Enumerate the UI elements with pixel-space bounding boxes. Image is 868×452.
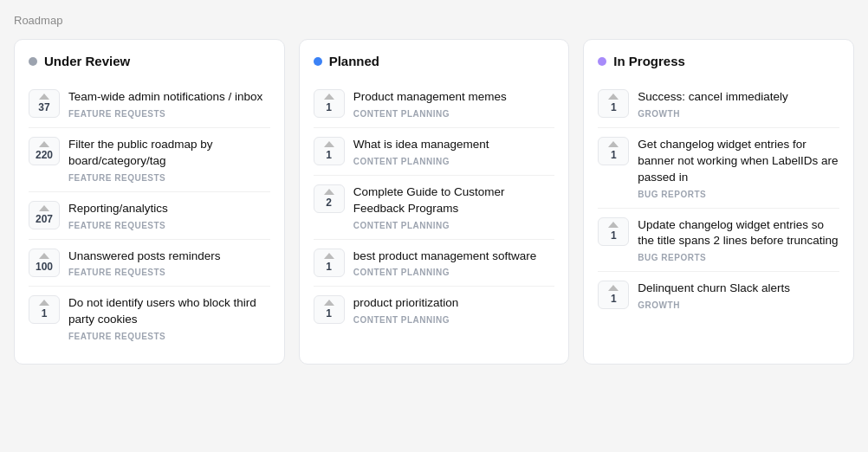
card-content: What is idea managementCONTENT PLANNING bbox=[353, 137, 555, 166]
card: 220Filter the public roadmap by board/ca… bbox=[29, 128, 270, 192]
column-planned: Planned1Product management memesCONTENT … bbox=[299, 39, 570, 365]
vote-count: 1 bbox=[326, 307, 332, 320]
column-header-planned: Planned bbox=[314, 54, 555, 68]
column-under-review: Under Review37Team-wide admin notificati… bbox=[14, 39, 285, 365]
vote-count: 2 bbox=[326, 197, 332, 209]
vote-box[interactable]: 207 bbox=[29, 201, 60, 229]
card-content: Team-wide admin notifications / inboxFEA… bbox=[68, 89, 270, 119]
vote-box[interactable]: 1 bbox=[598, 217, 629, 246]
vote-count: 1 bbox=[326, 261, 332, 273]
card-title[interactable]: Product management memes bbox=[353, 89, 555, 106]
vote-box[interactable]: 220 bbox=[29, 137, 60, 165]
card: 1Do not identify users who block third p… bbox=[29, 287, 270, 350]
upvote-arrow-icon[interactable] bbox=[608, 141, 619, 147]
card-content: product prioritizationCONTENT PLANNING bbox=[353, 295, 555, 325]
card-title[interactable]: Success: cancel immediately bbox=[638, 89, 839, 106]
vote-count: 1 bbox=[326, 149, 332, 161]
upvote-arrow-icon[interactable] bbox=[39, 94, 49, 100]
card-content: Reporting/analyticsFEATURE REQUESTS bbox=[68, 201, 270, 230]
card-content: Unanswered posts remindersFEATURE REQUES… bbox=[68, 249, 270, 278]
upvote-arrow-icon[interactable] bbox=[324, 189, 334, 195]
upvote-arrow-icon[interactable] bbox=[39, 141, 49, 147]
vote-count: 1 bbox=[326, 101, 332, 113]
vote-box[interactable]: 1 bbox=[314, 137, 345, 165]
vote-count: 1 bbox=[611, 149, 617, 161]
upvote-arrow-icon[interactable] bbox=[39, 205, 49, 211]
card-title[interactable]: Reporting/analytics bbox=[68, 201, 270, 217]
vote-count: 1 bbox=[611, 293, 617, 305]
vote-box[interactable]: 1 bbox=[598, 281, 629, 309]
upvote-arrow-icon[interactable] bbox=[39, 300, 49, 306]
column-in-progress: In Progress1Success: cancel immediatelyG… bbox=[583, 39, 854, 365]
vote-box[interactable]: 1 bbox=[29, 295, 60, 324]
upvote-arrow-icon[interactable] bbox=[608, 94, 619, 100]
vote-box[interactable]: 1 bbox=[314, 89, 345, 118]
card-title[interactable]: What is idea management bbox=[353, 137, 555, 153]
card-title[interactable]: Filter the public roadmap by board/categ… bbox=[68, 137, 270, 170]
card-title[interactable]: Get changelog widget entries for banner … bbox=[638, 137, 839, 186]
card-tag: CONTENT PLANNING bbox=[353, 315, 555, 325]
upvote-arrow-icon[interactable] bbox=[39, 253, 49, 259]
card-tag: FEATURE REQUESTS bbox=[68, 268, 270, 277]
card-title[interactable]: Update changelog widget entries so the t… bbox=[638, 217, 839, 250]
upvote-arrow-icon[interactable] bbox=[608, 222, 619, 228]
vote-box[interactable]: 2 bbox=[314, 184, 345, 213]
card-title[interactable]: Team-wide admin notifications / inbox bbox=[68, 89, 270, 106]
vote-box[interactable]: 1 bbox=[598, 137, 629, 165]
card: 1Product management memesCONTENT PLANNIN… bbox=[314, 81, 555, 128]
card-title[interactable]: Unanswered posts reminders bbox=[68, 249, 270, 265]
vote-count: 37 bbox=[38, 101, 49, 113]
card-title[interactable]: product prioritization bbox=[353, 295, 555, 312]
card-tag: FEATURE REQUESTS bbox=[68, 332, 270, 341]
vote-box[interactable]: 1 bbox=[314, 295, 345, 324]
column-dot-under-review bbox=[29, 57, 37, 66]
column-title-planned: Planned bbox=[329, 54, 379, 68]
column-dot-planned bbox=[314, 57, 322, 66]
card-content: Filter the public roadmap by board/categ… bbox=[68, 137, 270, 183]
column-header-under-review: Under Review bbox=[29, 54, 270, 68]
card-tag: BUG REPORTS bbox=[638, 253, 839, 262]
upvote-arrow-icon[interactable] bbox=[324, 94, 334, 100]
card: 100Unanswered posts remindersFEATURE REQ… bbox=[29, 240, 270, 287]
upvote-arrow-icon[interactable] bbox=[324, 300, 334, 306]
card-content: Get changelog widget entries for banner … bbox=[638, 137, 839, 199]
card-content: best product management softwareCONTENT … bbox=[353, 249, 555, 278]
card-content: Product management memesCONTENT PLANNING bbox=[353, 89, 555, 119]
card-title[interactable]: Delinquent churn Slack alerts bbox=[638, 281, 839, 297]
card-tag: FEATURE REQUESTS bbox=[68, 173, 270, 183]
vote-count: 100 bbox=[36, 261, 53, 273]
card-tag: GROWTH bbox=[638, 300, 839, 310]
card-content: Success: cancel immediatelyGROWTH bbox=[638, 89, 839, 119]
vote-box[interactable]: 1 bbox=[314, 249, 345, 277]
vote-box[interactable]: 100 bbox=[29, 249, 60, 277]
vote-count: 1 bbox=[42, 307, 48, 320]
card-tag: CONTENT PLANNING bbox=[353, 221, 555, 230]
column-dot-in-progress bbox=[598, 57, 606, 66]
card-tag: BUG REPORTS bbox=[638, 190, 839, 199]
card: 1best product management softwareCONTENT… bbox=[314, 240, 555, 287]
vote-box[interactable]: 1 bbox=[598, 89, 629, 118]
card-tag: FEATURE REQUESTS bbox=[68, 109, 270, 119]
upvote-arrow-icon[interactable] bbox=[608, 285, 619, 291]
card-tag: CONTENT PLANNING bbox=[353, 109, 555, 119]
card-title[interactable]: Do not identify users who block third pa… bbox=[68, 295, 270, 328]
column-title-in-progress: In Progress bbox=[613, 54, 685, 68]
card-content: Do not identify users who block third pa… bbox=[68, 295, 270, 341]
card-content: Update changelog widget entries so the t… bbox=[638, 217, 839, 263]
vote-count: 207 bbox=[36, 213, 53, 225]
card-title[interactable]: best product management software bbox=[353, 249, 555, 265]
board: Under Review37Team-wide admin notificati… bbox=[14, 39, 854, 365]
card-tag: FEATURE REQUESTS bbox=[68, 221, 270, 230]
card-title[interactable]: Complete Guide to Customer Feedback Prog… bbox=[353, 184, 555, 217]
upvote-arrow-icon[interactable] bbox=[324, 141, 334, 147]
card: 1Get changelog widget entries for banner… bbox=[598, 128, 839, 209]
card-tag: CONTENT PLANNING bbox=[353, 157, 555, 166]
card: 2Complete Guide to Customer Feedback Pro… bbox=[314, 176, 555, 240]
column-header-in-progress: In Progress bbox=[598, 54, 839, 68]
page-title: Roadmap bbox=[14, 14, 854, 27]
vote-box[interactable]: 37 bbox=[29, 89, 60, 118]
card-content: Complete Guide to Customer Feedback Prog… bbox=[353, 184, 555, 230]
upvote-arrow-icon[interactable] bbox=[324, 253, 334, 259]
column-title-under-review: Under Review bbox=[44, 54, 130, 68]
vote-count: 1 bbox=[611, 101, 617, 113]
